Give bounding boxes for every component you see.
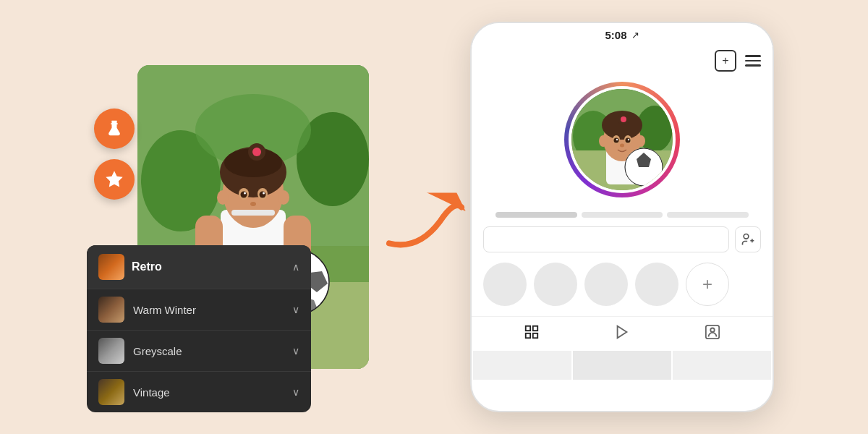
svg-point-41 xyxy=(621,116,626,122)
svg-point-16 xyxy=(260,192,266,198)
svg-point-46 xyxy=(616,139,618,140)
svg-point-47 xyxy=(628,139,629,140)
scene: Retro ∧ Warm Winter ∨ Greyscale ∨ xyxy=(0,0,868,434)
svg-point-44 xyxy=(614,138,619,143)
star-button[interactable] xyxy=(94,159,135,200)
svg-point-15 xyxy=(241,192,247,198)
svg-rect-59 xyxy=(525,333,529,338)
status-bar: 5:08 ↗ xyxy=(472,23,773,47)
stat-bar-3 xyxy=(667,212,749,218)
svg-point-21 xyxy=(278,190,289,205)
grid-icon xyxy=(524,324,540,340)
svg-point-48 xyxy=(620,144,624,148)
phone-bottom-nav xyxy=(472,316,773,351)
retro-thumbnail xyxy=(98,254,124,280)
lab-icon xyxy=(104,119,124,139)
svg-point-12 xyxy=(252,148,261,156)
add-person-icon xyxy=(741,232,755,247)
svg-point-63 xyxy=(711,328,715,333)
star-icon xyxy=(104,169,124,190)
greyscale-chevron: ∨ xyxy=(292,345,299,357)
svg-point-18 xyxy=(263,192,265,195)
add-content-button[interactable]: + xyxy=(715,50,736,72)
nav-play-button[interactable] xyxy=(614,324,630,344)
greyscale-label: Greyscale xyxy=(133,345,182,357)
warm-winter-label: Warm Winter xyxy=(133,304,196,316)
avatar-photo xyxy=(571,89,673,190)
play-icon xyxy=(614,324,630,340)
svg-rect-60 xyxy=(532,333,537,338)
svg-marker-61 xyxy=(618,326,627,339)
add-story-button[interactable]: + xyxy=(686,263,729,306)
vintage-left: Vintage xyxy=(98,379,170,405)
greyscale-left: Greyscale xyxy=(98,338,182,364)
avatar-inner xyxy=(569,86,676,193)
grid-cell-1 xyxy=(473,351,571,380)
phone-mockup: 5:08 ↗ + xyxy=(470,22,774,412)
vintage-label: Vintage xyxy=(133,386,170,399)
filter-item-vintage[interactable]: Vintage ∨ xyxy=(87,371,311,412)
svg-point-0 xyxy=(111,132,114,134)
status-time: 5:08 xyxy=(605,29,626,41)
nav-profile-button[interactable] xyxy=(705,324,720,344)
svg-point-20 xyxy=(217,190,229,205)
story-avatar-container[interactable] xyxy=(564,82,680,197)
phone-toolbar: + xyxy=(472,47,773,75)
profile-icon xyxy=(705,324,720,340)
search-row xyxy=(472,224,773,255)
svg-point-45 xyxy=(626,138,631,143)
grid-cell-2 xyxy=(573,351,671,380)
dropdown-header[interactable]: Retro ∧ xyxy=(87,245,311,289)
search-input[interactable] xyxy=(483,226,729,252)
svg-point-49 xyxy=(599,135,608,147)
story-circles-row: + xyxy=(472,255,773,313)
nav-grid-button[interactable] xyxy=(524,324,540,344)
grid-preview-row xyxy=(472,351,773,380)
add-person-button[interactable] xyxy=(735,226,761,252)
greyscale-thumbnail xyxy=(98,338,124,364)
warm-winter-left: Warm Winter xyxy=(98,297,196,323)
left-section: Retro ∧ Warm Winter ∨ Greyscale ∨ xyxy=(94,65,369,369)
svg-point-50 xyxy=(637,135,645,147)
story-circle-3[interactable] xyxy=(584,263,628,306)
svg-point-54 xyxy=(744,234,749,239)
story-circle-4[interactable] xyxy=(635,263,678,306)
dropdown-collapse-icon: ∧ xyxy=(292,261,299,273)
vintage-chevron: ∨ xyxy=(292,386,299,398)
warm-winter-thumbnail xyxy=(98,297,124,323)
dropdown-header-title: Retro xyxy=(132,260,162,273)
svg-point-17 xyxy=(244,192,246,195)
avatar-illustration xyxy=(571,89,673,190)
svg-point-19 xyxy=(250,202,256,206)
direction-arrow xyxy=(382,192,469,250)
dropdown-header-left: Retro xyxy=(98,254,162,280)
stat-bar-2 xyxy=(582,212,663,218)
svg-rect-57 xyxy=(525,326,529,331)
filter-item-greyscale[interactable]: Greyscale ∨ xyxy=(87,330,311,371)
stat-bar-1 xyxy=(495,212,577,218)
story-circle-2[interactable] xyxy=(534,263,577,306)
vintage-thumbnail xyxy=(98,379,124,405)
arrow-container xyxy=(382,192,469,253)
story-ring xyxy=(564,82,680,197)
grid-cell-3 xyxy=(673,351,771,380)
filter-dropdown: Retro ∧ Warm Winter ∨ Greyscale ∨ xyxy=(87,245,311,412)
svg-rect-22 xyxy=(231,210,275,216)
filter-item-warm-winter[interactable]: Warm Winter ∨ xyxy=(87,289,311,330)
lab-button[interactable] xyxy=(94,109,135,149)
svg-rect-58 xyxy=(532,326,537,331)
profile-stats xyxy=(486,206,758,224)
warm-winter-chevron: ∨ xyxy=(292,304,299,315)
profile-area xyxy=(472,75,773,224)
story-circle-1[interactable] xyxy=(483,263,527,306)
menu-button[interactable] xyxy=(745,50,761,72)
navigation-icon: ↗ xyxy=(631,30,639,41)
